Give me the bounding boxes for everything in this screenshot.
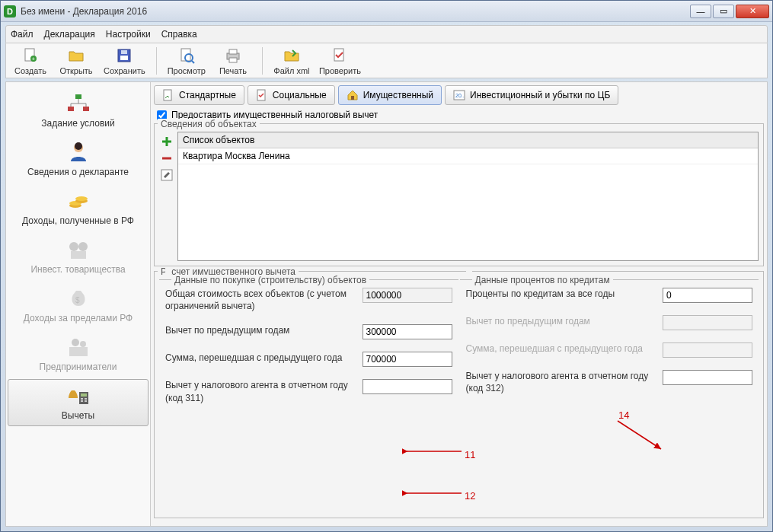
preview-icon — [177, 46, 196, 65]
print-button[interactable]: Печать — [215, 46, 251, 75]
svg-rect-36 — [85, 398, 87, 400]
menu-file[interactable]: Файл — [11, 29, 34, 40]
check-icon — [331, 46, 349, 65]
nav-conditions[interactable]: Задание условий — [8, 87, 149, 134]
svg-rect-11 — [229, 58, 237, 62]
total-cost-label: Общая стоимость всех объектов (с учетом … — [165, 288, 356, 312]
svg-rect-4 — [120, 56, 128, 60]
svg-rect-41 — [351, 96, 354, 100]
document-new-icon: + — [21, 46, 40, 65]
document-icon — [162, 89, 174, 101]
svg-rect-37 — [81, 400, 83, 402]
interest-input[interactable] — [663, 288, 752, 303]
menu-declaration[interactable]: Декларация — [44, 29, 95, 40]
nav-deductions[interactable]: Вычеты — [8, 379, 149, 426]
calendar-icon: 20.. — [453, 89, 465, 101]
remove-object-button[interactable] — [159, 151, 174, 165]
svg-rect-39 — [164, 90, 171, 100]
file-xml-icon — [283, 46, 301, 65]
svg-text:20..: 20.. — [455, 93, 465, 98]
deduction-tabs: Стандартные Социальные Имущественный 20.… — [154, 85, 764, 105]
coins-icon — [65, 190, 91, 212]
house-icon — [347, 89, 359, 101]
nav-income-foreign[interactable]: $ Доходы за пределами РФ — [8, 282, 149, 329]
app-window: D Без имени - Декларация 2016 — ▭ ✕ Файл… — [0, 0, 773, 532]
nav-income-rf[interactable]: Доходы, полученные в РФ — [8, 184, 149, 231]
calc-fieldset: Расчет имущественного вычета Данные по п… — [154, 271, 764, 518]
menu-help[interactable]: Справка — [161, 29, 197, 40]
main-panel: Стандартные Социальные Имущественный 20.… — [151, 82, 767, 526]
svg-rect-34 — [81, 393, 87, 397]
prev-years-left-input[interactable] — [363, 324, 452, 339]
tab-investment[interactable]: 20.. Инвестиционный и убытки по ЦБ — [445, 85, 618, 105]
svg-rect-38 — [85, 400, 87, 402]
list-header: Список объектов — [178, 132, 758, 148]
open-button[interactable]: Открыть — [58, 46, 94, 75]
svg-point-26 — [69, 242, 78, 251]
objects-fieldset: Сведения об объектах Список объектов Ква… — [154, 123, 764, 266]
agent-left-input[interactable] — [363, 379, 452, 394]
file-xml-button[interactable]: Файл xml — [273, 46, 310, 75]
edit-object-button[interactable] — [159, 168, 174, 182]
maximize-button[interactable]: ▭ — [713, 5, 734, 18]
save-button[interactable]: Сохранить — [104, 46, 145, 75]
create-button[interactable]: + Создать — [12, 46, 49, 75]
svg-rect-13 — [75, 94, 81, 99]
svg-rect-32 — [69, 347, 88, 356]
titlebar: D Без имени - Декларация 2016 — ▭ ✕ — [1, 1, 772, 22]
total-cost-input — [363, 288, 452, 303]
minimize-button[interactable]: — — [690, 5, 711, 18]
content-area: Задание условий Сведения о декларанте До… — [5, 81, 768, 527]
objects-tools — [159, 132, 174, 261]
agent-left-label: Вычет у налогового агента в отчетном год… — [165, 379, 356, 403]
toolbar: + Создать Открыть Сохранить Просмотр Печ… — [5, 43, 768, 78]
calc-left-legend: Данные по покупке (строительству) объект… — [171, 275, 369, 285]
tab-social[interactable]: Социальные — [248, 85, 335, 105]
print-icon — [224, 46, 242, 65]
svg-point-27 — [78, 242, 88, 251]
objects-list[interactable]: Список объектов Квартира Москва Ленина — [177, 132, 759, 261]
interest-label: Проценты по кредитам за все годы — [466, 288, 657, 300]
agent-right-input[interactable] — [663, 370, 752, 385]
prev-years-right-label: Вычет по предыдущим годам — [466, 315, 657, 327]
nav-invest[interactable]: Инвест. товарищества — [8, 233, 149, 280]
check-button[interactable]: Проверить — [319, 46, 361, 75]
preview-button[interactable]: Просмотр — [168, 46, 206, 75]
agent-right-label: Вычет у налогового агента в отчетном год… — [466, 370, 657, 394]
svg-point-25 — [75, 196, 88, 201]
conditions-icon — [65, 92, 91, 115]
svg-rect-10 — [229, 49, 237, 54]
svg-rect-5 — [121, 50, 127, 54]
invest-icon — [65, 238, 91, 261]
document-check-icon — [256, 89, 268, 101]
svg-rect-12 — [334, 49, 343, 61]
calc-right-legend: Данные процентов по кредитам — [472, 275, 613, 285]
nav-declarant[interactable]: Сведения о декларанте — [8, 135, 149, 183]
add-object-button[interactable] — [159, 135, 174, 148]
folder-open-icon — [67, 46, 85, 65]
objects-legend: Сведения об объектах — [158, 119, 260, 129]
tab-property[interactable]: Имущественный — [338, 85, 442, 105]
svg-text:+: + — [32, 56, 36, 62]
money-bag-icon: $ — [65, 287, 91, 310]
deductions-icon — [65, 384, 91, 407]
prev-years-right-input — [663, 315, 752, 330]
menu-settings[interactable]: Настройки — [106, 29, 151, 40]
close-button[interactable]: ✕ — [736, 5, 769, 18]
calc-right-col: Данные процентов по кредитам Проценты по… — [460, 279, 759, 419]
tab-standard[interactable]: Стандартные — [154, 85, 244, 105]
entrepreneur-icon — [65, 336, 91, 358]
svg-rect-28 — [71, 251, 86, 259]
nav-entrepreneur[interactable]: Предприниматели — [8, 330, 149, 377]
list-item[interactable]: Квартира Москва Ленина — [178, 148, 758, 164]
svg-rect-15 — [83, 107, 89, 111]
save-icon — [115, 46, 133, 65]
carryover-right-input — [663, 342, 752, 358]
left-nav: Задание условий Сведения о декларанте До… — [6, 82, 151, 526]
carryover-left-input[interactable] — [363, 352, 452, 367]
svg-text:$: $ — [75, 296, 80, 304]
menubar: Файл Декларация Настройки Справка — [5, 25, 768, 43]
prev-years-left-label: Вычет по предыдущим годам — [165, 324, 356, 336]
window-controls: — ▭ ✕ — [690, 5, 769, 18]
carryover-right-label: Сумма, перешедшая с предыдущего года — [466, 342, 657, 355]
